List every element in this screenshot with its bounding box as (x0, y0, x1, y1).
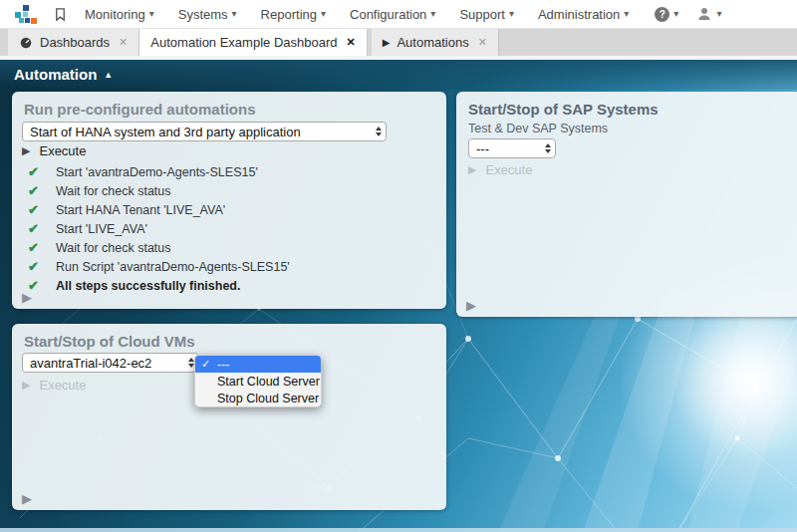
check-icon: ✔ (28, 240, 43, 255)
tab-automations[interactable]: ▶ Automations ✕ (372, 29, 499, 56)
select-stepper-icon (545, 143, 551, 153)
select-stepper-icon (376, 127, 382, 136)
automation-steps-list: ✔ Start 'avantraDemo-Agents-SLES15' ✔ Wa… (28, 162, 290, 295)
panel-preconfigured-automations: Run pre-configured automations Start of … (12, 92, 446, 309)
bookmark-icon[interactable] (51, 5, 69, 23)
top-menu-bar: Monitoring ▾ Systems ▾ Reporting ▾ Confi… (0, 0, 797, 29)
menu-item-start-cloud-server[interactable]: Start Cloud Server (195, 373, 321, 390)
bottom-edge-strip (0, 528, 797, 532)
step-row: ✔ Start 'avantraDemo-Agents-SLES15' (28, 162, 290, 181)
check-icon: ✔ (28, 221, 43, 236)
execute-label: Execute (485, 162, 532, 177)
nav-support-label: Support (459, 7, 505, 22)
panel-subtitle: Test & Dev SAP Systems (468, 122, 608, 135)
tab-automations-label: Automations (397, 35, 468, 50)
tab-dashboards[interactable]: Dashboards ✕ (8, 29, 139, 56)
step-row: ✔ Wait for check status (28, 238, 290, 257)
execute-button-disabled[interactable]: ▶ Execute (468, 162, 532, 177)
user-icon (696, 6, 712, 22)
play-icon: ▶ (22, 380, 30, 391)
main-nav: Monitoring ▾ Systems ▾ Reporting ▾ Confi… (85, 7, 629, 22)
chevron-down-icon: ▾ (673, 9, 678, 19)
check-icon: ✓ (201, 358, 210, 371)
close-icon[interactable]: ✕ (478, 36, 487, 49)
execute-button[interactable]: ▶ Execute (22, 143, 86, 158)
play-icon: ▶ (22, 145, 30, 156)
step-text: Start 'avantraDemo-Agents-SLES15' (56, 165, 258, 179)
tab-dashboards-label: Dashboards (40, 35, 110, 50)
menu-item-label: Start Cloud Server (217, 375, 320, 389)
sap-system-select[interactable]: --- (468, 138, 556, 158)
cloud-vm-select[interactable]: avantraTrial-i042-ec2 (22, 353, 199, 373)
chevron-down-icon: ▾ (232, 9, 237, 19)
panel-run-button[interactable]: ▶ (22, 291, 32, 304)
nav-administration-label: Administration (538, 7, 620, 22)
chevron-down-icon: ▾ (509, 9, 514, 19)
menu-item-stop-cloud-server[interactable]: Stop Cloud Server (195, 390, 321, 406)
check-icon: ✔ (28, 202, 43, 217)
panel-run-button[interactable]: ▶ (466, 299, 476, 312)
section-title: Automation (14, 66, 97, 83)
close-icon[interactable]: ✕ (347, 36, 356, 49)
step-text: Wait for check status (56, 241, 171, 255)
collapse-icon: ▲ (104, 70, 113, 80)
step-row: ✔ Start HANA Tenant 'LIVE_AVA' (28, 200, 290, 219)
step-row-final: ✔ All steps successfully finished. (28, 276, 290, 295)
execute-button-disabled[interactable]: ▶ Execute (22, 378, 86, 393)
step-text: Start HANA Tenant 'LIVE_AVA' (56, 203, 225, 217)
panel-title: Start/Stop of SAP Systems (468, 101, 789, 118)
execute-label: Execute (39, 143, 86, 158)
gauge-icon (19, 36, 33, 50)
play-icon: ▶ (468, 164, 476, 175)
topbar-right-icons: ? ▾ ▾ (655, 6, 721, 22)
nav-monitoring-label: Monitoring (85, 7, 145, 22)
nav-configuration[interactable]: Configuration ▾ (350, 7, 435, 22)
nav-systems-label: Systems (178, 7, 228, 22)
cloud-vm-select-value: avantraTrial-i042-ec2 (30, 356, 184, 371)
panel-run-button[interactable]: ▶ (22, 492, 32, 505)
tab-automation-example-label: Automation Example Dashboard (150, 35, 337, 50)
step-text: All steps successfully finished. (56, 279, 240, 293)
step-row: ✔ Run Script 'avantraDemo-Agents-SLES15' (28, 257, 290, 276)
chevron-down-icon: ▾ (149, 9, 154, 19)
nav-monitoring[interactable]: Monitoring ▾ (85, 7, 154, 22)
dashboard-content: Automation ▲ Run pre-configured automati… (0, 60, 797, 532)
avantra-logo-icon (12, 4, 39, 24)
nav-reporting[interactable]: Reporting ▾ (261, 7, 326, 22)
nav-reporting-label: Reporting (261, 7, 317, 22)
play-icon: ▶ (383, 37, 391, 48)
menu-item-none[interactable]: ✓ --- (195, 356, 321, 373)
help-icon: ? (655, 7, 669, 22)
automation-section-header[interactable]: Automation ▲ (0, 60, 797, 89)
step-row: ✔ Wait for check status (28, 181, 290, 200)
nav-systems[interactable]: Systems ▾ (178, 7, 237, 22)
user-menu[interactable]: ▾ (696, 6, 721, 22)
close-icon[interactable]: ✕ (119, 36, 128, 49)
panel-title: Start/Stop of Cloud VMs (24, 333, 434, 350)
menu-item-label: --- (217, 358, 230, 372)
chevron-down-icon: ▾ (624, 9, 629, 19)
tab-automation-example-dashboard[interactable]: Automation Example Dashboard ✕ (139, 29, 367, 56)
check-icon: ✔ (28, 259, 43, 274)
check-icon: ✔ (28, 183, 43, 198)
tab-bar: Dashboards ✕ Automation Example Dashboar… (0, 29, 797, 56)
panel-cloud-vms: Start/Stop of Cloud VMs avantraTrial-i04… (12, 324, 446, 510)
chevron-down-icon: ▾ (716, 9, 721, 19)
nav-administration[interactable]: Administration ▾ (538, 7, 629, 22)
step-text: Run Script 'avantraDemo-Agents-SLES15' (56, 260, 290, 274)
step-text: Start 'LIVE_AVA' (56, 222, 147, 236)
execute-label: Execute (39, 378, 86, 393)
chevron-down-icon: ▾ (321, 9, 326, 19)
panel-sap-systems: Start/Stop of SAP Systems Test & Dev SAP… (456, 92, 797, 317)
help-menu[interactable]: ? ▾ (655, 7, 678, 22)
step-text: Wait for check status (56, 184, 171, 198)
panel-title: Run pre-configured automations (24, 101, 434, 118)
chevron-down-icon: ▾ (430, 9, 435, 19)
step-row: ✔ Start 'LIVE_AVA' (28, 219, 290, 238)
nav-support[interactable]: Support ▾ (459, 7, 514, 22)
menu-item-label: Stop Cloud Server (217, 392, 319, 405)
automation-select[interactable]: Start of HANA system and 3rd party appli… (22, 122, 387, 141)
automation-select-value: Start of HANA system and 3rd party appli… (30, 125, 372, 139)
nav-configuration-label: Configuration (350, 7, 426, 22)
sap-select-value: --- (476, 141, 541, 156)
